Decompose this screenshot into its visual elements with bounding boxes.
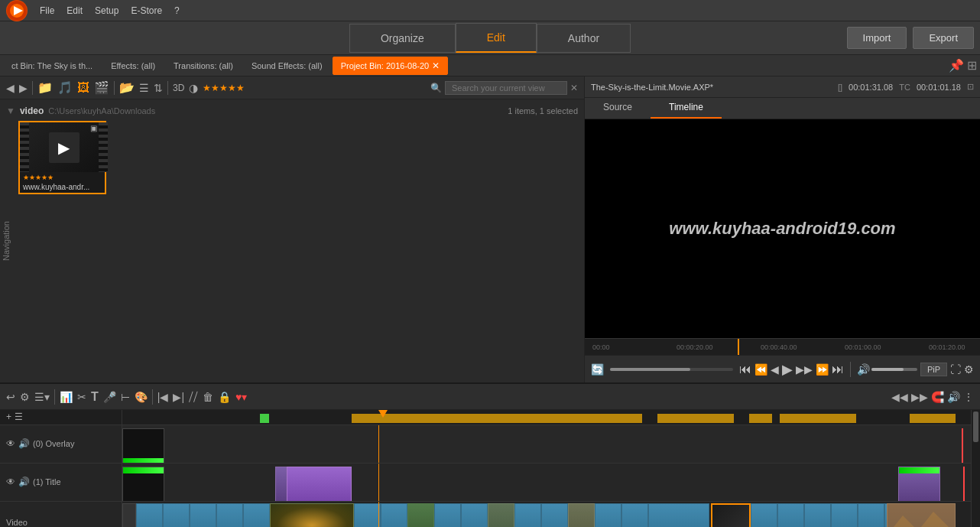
tl-audio-icon[interactable]: 🔊 xyxy=(947,391,960,403)
volume-bar[interactable] xyxy=(871,368,917,371)
tl-split-icon[interactable]: ⧸⧸ xyxy=(189,390,198,403)
tl-in-icon[interactable]: |◀ xyxy=(157,391,169,403)
tl-dropdown-icon[interactable]: ☰▾ xyxy=(34,391,50,403)
clip-v-5[interactable] xyxy=(243,503,270,527)
pb-skipend-icon[interactable]: ⏭ xyxy=(832,363,844,376)
clip-v-1[interactable] xyxy=(136,503,163,527)
tl-text-icon[interactable]: T xyxy=(91,390,99,404)
sub-tab-close-icon[interactable]: ✕ xyxy=(432,60,440,71)
audio-icon[interactable]: 🎵 xyxy=(57,80,73,95)
clip-v-20[interactable] xyxy=(831,503,858,527)
tl-zoom-in-icon[interactable]: ◀◀ xyxy=(891,391,908,403)
pb-nextframe-icon[interactable]: ⏩ xyxy=(816,363,829,376)
volume-icon[interactable]: 🔊 xyxy=(857,363,870,376)
tl-delete-icon[interactable]: 🗑 xyxy=(203,391,213,403)
clip-v-selected[interactable]: www.k xyxy=(711,503,751,527)
clip-v-14[interactable] xyxy=(595,503,621,527)
preview-expand-icon[interactable]: ⊡ xyxy=(967,82,974,92)
search-clear-icon[interactable]: ✕ xyxy=(570,83,578,93)
clip-title-1[interactable] xyxy=(122,467,164,502)
sort-icon[interactable]: ⇅ xyxy=(154,82,163,94)
pb-back-icon[interactable]: ◀ xyxy=(771,363,779,376)
clip-title-4[interactable] xyxy=(898,467,940,502)
track-overlay[interactable] xyxy=(122,425,971,464)
nav-back-icon[interactable]: ◀ xyxy=(6,82,15,94)
clip-overlay-1[interactable] xyxy=(122,428,164,464)
sub-tab-project-bin[interactable]: Project Bin: 2016-08-20 ✕ xyxy=(333,57,449,75)
menu-setup[interactable]: Setup xyxy=(95,5,118,16)
clip-v-mountain[interactable] xyxy=(887,503,956,527)
tab-organize[interactable]: Organize xyxy=(349,24,456,53)
pb-fullscreen-icon[interactable]: ⛶ xyxy=(950,363,961,376)
media-item[interactable]: ▶ ▣ ★★★★★ www.kuyhaa-andr... xyxy=(18,121,106,194)
list-icon[interactable]: ☰ xyxy=(139,82,149,94)
clip-v-9[interactable] xyxy=(461,503,488,527)
sub-tab-sound[interactable]: Sound Effects: (all) xyxy=(243,57,331,74)
clip-v-18[interactable] xyxy=(777,503,804,527)
tl-zoom-out-icon[interactable]: ▶▶ xyxy=(911,391,928,403)
shadow-icon[interactable]: ◑ xyxy=(189,82,198,94)
tl-color-icon[interactable]: 🎨 xyxy=(135,391,148,403)
pb-skipstart-icon[interactable]: ⏮ xyxy=(739,363,751,376)
menu-file[interactable]: File xyxy=(40,5,54,16)
clip-v-10[interactable] xyxy=(488,503,514,527)
track-menu-icon[interactable]: ☰ xyxy=(15,412,23,422)
tab-pin-icon[interactable]: 📌 xyxy=(949,58,964,73)
clip-v-11[interactable] xyxy=(514,503,541,527)
import-button[interactable]: Import xyxy=(847,27,907,49)
clip-v-4[interactable] xyxy=(216,503,243,527)
tl-out-icon[interactable]: ▶| xyxy=(173,391,184,403)
tl-magnet-icon[interactable]: 🧲 xyxy=(931,391,944,403)
clip-v-21[interactable] xyxy=(858,503,884,527)
image-icon[interactable]: 🖼 xyxy=(77,81,89,95)
folder-icon[interactable]: 📁 xyxy=(37,80,53,95)
playhead[interactable] xyxy=(738,339,739,355)
add-track-icon[interactable]: + xyxy=(6,412,11,422)
pb-prevframe-icon[interactable]: ⏪ xyxy=(754,363,767,376)
track-title[interactable] xyxy=(122,464,971,502)
overlay-audio-icon[interactable]: 🔊 xyxy=(18,438,30,449)
menu-help[interactable]: ? xyxy=(174,5,180,16)
sub-tab-effects[interactable]: Effects: (all) xyxy=(102,57,164,74)
progress-bar[interactable] xyxy=(610,368,733,371)
clip-v-13[interactable] xyxy=(568,503,595,527)
tl-razor-icon[interactable]: ✂ xyxy=(77,391,86,403)
menu-edit[interactable]: Edit xyxy=(67,5,83,16)
tab-author[interactable]: Author xyxy=(537,24,631,53)
clip-v-12[interactable] xyxy=(541,503,568,527)
clip-v-17[interactable] xyxy=(751,503,777,527)
tl-chart-icon[interactable]: 📊 xyxy=(60,391,73,403)
search-input[interactable] xyxy=(445,81,567,95)
pb-settings-icon[interactable]: ⚙ xyxy=(964,363,974,376)
tl-more-icon[interactable]: ⋮ xyxy=(963,391,974,403)
tl-trim-icon[interactable]: ⊢ xyxy=(121,391,130,403)
tl-heart-icon[interactable]: ♥▾ xyxy=(235,391,247,403)
tab-expand-icon[interactable]: ⊞ xyxy=(967,58,977,73)
nav-forward-icon[interactable]: ▶ xyxy=(19,82,28,94)
clip-v-2[interactable] xyxy=(163,503,190,527)
sub-tab-transitions[interactable]: Transitions: (all) xyxy=(165,57,242,74)
title-audio-icon[interactable]: 🔊 xyxy=(18,477,30,487)
tl-mic-icon[interactable]: 🎤 xyxy=(103,391,116,403)
overlay-visibility-icon[interactable]: 👁 xyxy=(6,438,15,449)
tab-edit[interactable]: Edit xyxy=(456,23,537,53)
pb-play-icon[interactable]: ▶ xyxy=(782,361,793,378)
sub-tab-ct-bin[interactable]: ct Bin: The Sky is th... xyxy=(3,57,101,74)
clip-v-3[interactable] xyxy=(190,503,216,527)
tl-settings-icon[interactable]: ⚙ xyxy=(20,391,30,403)
clip-v-6[interactable] xyxy=(354,503,381,527)
track-video[interactable]: www.k xyxy=(122,502,971,527)
folder2-icon[interactable]: 📂 xyxy=(119,80,135,95)
export-button[interactable]: Export xyxy=(913,27,974,49)
tl-lock-icon[interactable]: 🔒 xyxy=(218,391,231,403)
title-visibility-icon[interactable]: 👁 xyxy=(6,477,15,487)
timeline-scrollbar[interactable] xyxy=(971,410,980,527)
clip-v-8[interactable] xyxy=(434,503,461,527)
tab-timeline[interactable]: Timeline xyxy=(651,98,722,119)
clip-v-green[interactable] xyxy=(407,503,434,527)
clip-v-19[interactable] xyxy=(804,503,831,527)
clip-v-16[interactable] xyxy=(648,503,709,527)
tab-source[interactable]: Source xyxy=(585,98,651,119)
clip-v-15[interactable] xyxy=(621,503,648,527)
tl-undo-icon[interactable]: ↩ xyxy=(6,391,15,403)
